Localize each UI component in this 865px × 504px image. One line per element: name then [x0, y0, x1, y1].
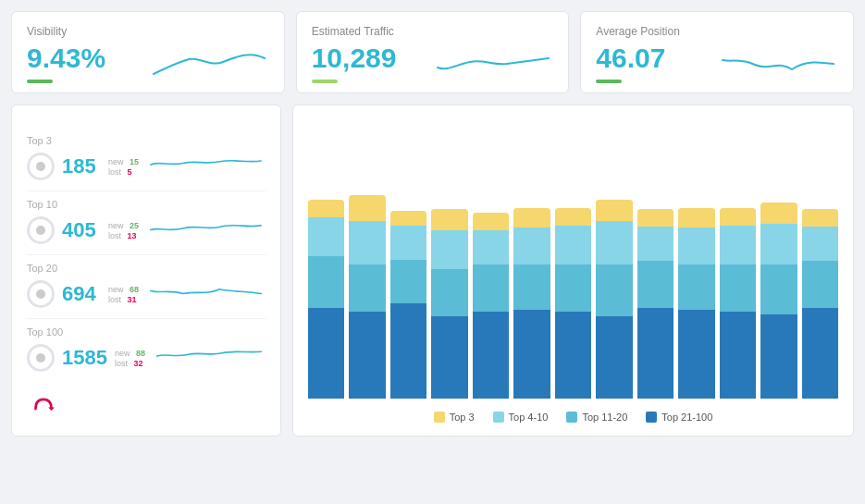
top-metrics-row: Visibility 9.43% Estimated Traffic 10,28… — [11, 11, 854, 93]
kw-sparkline — [146, 277, 266, 311]
keywords-card: Top 3 185 new 15 lost 5 Top 10 405 new 2… — [11, 104, 281, 436]
legend-dot — [566, 412, 577, 423]
metric-card-2: Average Position 46.07 — [580, 11, 854, 93]
metric-card-1: Estimated Traffic 10,289 — [296, 11, 570, 93]
metric-card-0: Visibility 9.43% — [11, 11, 285, 93]
kw-sparkline — [153, 341, 266, 375]
metric-sparkline — [149, 42, 269, 83]
improved-declined-row — [27, 382, 266, 423]
rankings-card: Top 3 Top 4-10 Top 11-20 Top 21-100 — [292, 104, 854, 436]
bars-container — [308, 128, 838, 402]
bar-group-1 — [349, 195, 385, 399]
bar-group-10 — [720, 195, 756, 399]
kw-section-label: Top 3 — [27, 135, 266, 146]
kw-badges: new 88 lost 32 — [115, 349, 145, 368]
metric-label: Visibility — [27, 25, 269, 38]
kw-section-label: Top 10 — [27, 199, 266, 210]
svg-marker-0 — [48, 407, 55, 410]
kw-number: 185 — [62, 154, 101, 178]
bar-group-2 — [390, 195, 426, 399]
kw-badges: new 68 lost 31 — [108, 285, 139, 304]
bar-group-8 — [637, 195, 673, 399]
metric-sparkline — [433, 42, 553, 83]
kw-circle — [27, 344, 55, 372]
kw-section-label: Top 20 — [27, 263, 266, 274]
metric-sparkline — [718, 42, 838, 83]
legend-dot — [646, 412, 657, 423]
legend-item-2: Top 11-20 — [566, 412, 627, 423]
metric-label: Estimated Traffic — [312, 25, 554, 38]
kw-section-label: Top 100 — [27, 326, 266, 338]
legend-label: Top 3 — [450, 412, 475, 423]
bar-group-0 — [308, 195, 344, 399]
legend-item-3: Top 21-100 — [646, 412, 712, 423]
metric-value: 9.43% — [27, 43, 105, 74]
bar-chart-area: Top 3 Top 4-10 Top 11-20 Top 21-100 — [308, 128, 838, 423]
kw-row-3: Top 100 1585 new 88 lost 32 — [27, 319, 266, 382]
bar-group-3 — [431, 195, 467, 399]
kw-sparkline — [146, 214, 266, 247]
metric-bar — [596, 80, 622, 83]
metric-bar — [27, 80, 53, 83]
metric-label: Average Position — [596, 25, 838, 38]
bar-group-11 — [760, 195, 797, 399]
legend-row: Top 3 Top 4-10 Top 11-20 Top 21-100 — [308, 412, 838, 423]
legend-label: Top 11-20 — [582, 412, 627, 423]
kw-circle — [27, 280, 55, 308]
bar-group-6 — [555, 195, 591, 399]
metric-value: 10,289 — [312, 43, 397, 74]
bar-group-4 — [473, 195, 509, 399]
improved-declined-icon — [32, 393, 55, 415]
kw-sparkline — [146, 150, 266, 183]
bar-group-5 — [513, 195, 550, 399]
bar-group-7 — [596, 195, 632, 399]
metric-value: 46.07 — [596, 43, 665, 74]
metric-bar — [312, 80, 338, 83]
bar-group-9 — [678, 195, 714, 399]
kw-row-2: Top 20 694 new 68 lost 31 — [27, 255, 266, 319]
kw-number: 1585 — [62, 346, 107, 370]
bottom-row: Top 3 185 new 15 lost 5 Top 10 405 new 2… — [11, 104, 854, 436]
kw-row-1: Top 10 405 new 25 lost 13 — [27, 191, 266, 255]
legend-dot — [434, 412, 445, 423]
legend-dot — [493, 412, 504, 423]
kw-badges: new 25 lost 13 — [108, 221, 139, 240]
kw-circle — [27, 216, 55, 244]
kw-number: 405 — [62, 218, 101, 242]
kw-circle — [27, 153, 55, 180]
legend-item-1: Top 4-10 — [493, 412, 549, 423]
legend-item-0: Top 3 — [434, 412, 475, 423]
legend-label: Top 21-100 — [661, 412, 712, 423]
kw-number: 694 — [62, 282, 101, 306]
bar-group-12 — [802, 195, 838, 399]
kw-badges: new 15 lost 5 — [108, 157, 139, 177]
kw-row-0: Top 3 185 new 15 lost 5 — [27, 128, 266, 191]
legend-label: Top 4-10 — [509, 412, 549, 423]
